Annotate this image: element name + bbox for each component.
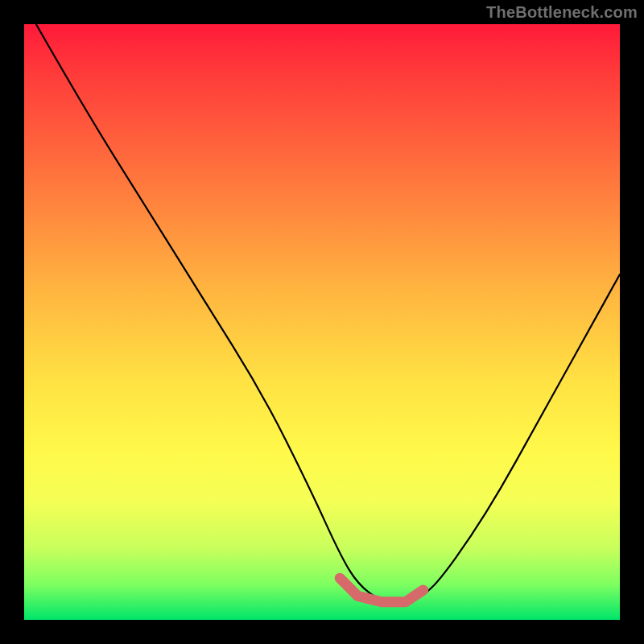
watermark-text: TheBottleneck.com bbox=[486, 3, 638, 22]
optimal-band-path bbox=[340, 578, 423, 602]
chart-frame: TheBottleneck.com bbox=[0, 0, 644, 644]
curve-layer bbox=[24, 24, 620, 620]
gradient-plot-area bbox=[24, 24, 620, 620]
bottleneck-curve-path bbox=[36, 24, 620, 602]
